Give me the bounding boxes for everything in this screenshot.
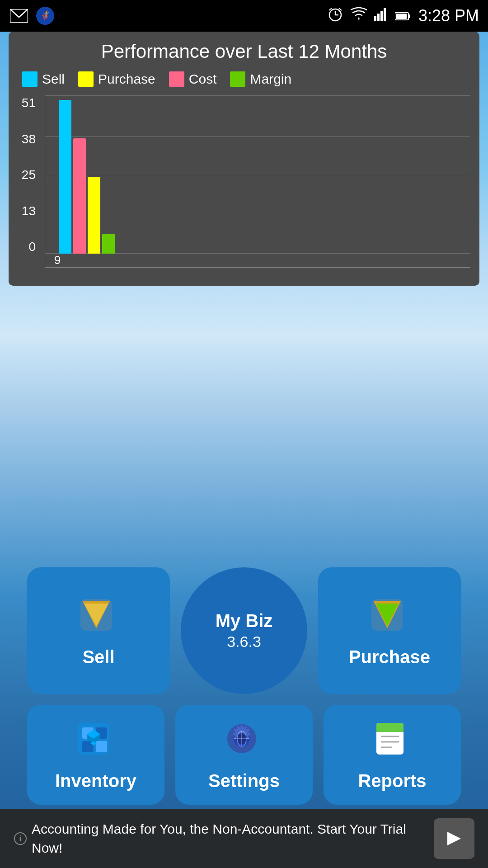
apps-area: Sell My Biz 3.6.3 Purchase xyxy=(0,567,488,805)
y-axis: 51 38 25 13 0 xyxy=(18,96,45,268)
y-label-51: 51 xyxy=(22,96,36,110)
svg-rect-34 xyxy=(376,728,404,732)
purchase-icon xyxy=(367,594,412,640)
bar-margin xyxy=(102,234,115,254)
bars-group xyxy=(59,100,115,254)
legend-purchase: Purchase xyxy=(78,71,155,87)
legend-margin-color xyxy=(230,71,245,87)
legend-sell: Sell xyxy=(22,71,65,87)
purchase-label: Purchase xyxy=(349,647,430,667)
mybiz-version: 3.6.3 xyxy=(227,633,261,651)
svg-rect-10 xyxy=(380,11,383,21)
y-label-13: 13 xyxy=(22,204,36,218)
svg-rect-25 xyxy=(96,741,107,752)
sell-icon xyxy=(76,594,121,640)
chart-title: Performance over Last 12 Months xyxy=(18,41,470,62)
apps-row-1: Sell My Biz 3.6.3 Purchase xyxy=(27,567,461,694)
status-bar: 🦸 xyxy=(0,0,488,32)
y-label-25: 25 xyxy=(22,168,36,182)
chart-plot: 9 xyxy=(45,96,470,268)
y-label-0: 0 xyxy=(28,240,36,254)
legend-purchase-label: Purchase xyxy=(98,71,155,87)
battery-icon xyxy=(395,8,411,24)
chart-area: 51 38 25 13 0 9 xyxy=(18,96,470,268)
mybiz-button[interactable]: My Biz 3.6.3 xyxy=(181,567,307,694)
svg-text:🦸: 🦸 xyxy=(40,10,51,21)
inventory-label: Inventory xyxy=(55,771,136,791)
svg-marker-40 xyxy=(447,832,461,845)
legend-purchase-color xyxy=(78,71,94,87)
legend-cost: Cost xyxy=(169,71,217,87)
reports-label: Reports xyxy=(358,771,426,791)
info-icon: i xyxy=(14,832,27,845)
reports-button[interactable]: Reports xyxy=(324,705,461,805)
legend-cost-label: Cost xyxy=(189,71,217,87)
settings-button[interactable]: Settings xyxy=(175,705,313,805)
chart-legend: Sell Purchase Cost Margin xyxy=(18,71,470,87)
legend-margin-label: Margin xyxy=(250,71,291,87)
email-icon xyxy=(9,6,29,26)
svg-rect-8 xyxy=(374,16,376,21)
bottom-banner: i Accounting Made for You, the Non-Accou… xyxy=(0,809,488,868)
svg-rect-13 xyxy=(408,14,410,18)
svg-rect-14 xyxy=(396,14,407,19)
status-left-icons: 🦸 xyxy=(9,6,55,26)
app-icon: 🦸 xyxy=(35,6,55,26)
apps-row-2: Inventory Settings xyxy=(27,705,461,805)
x-label: 9 xyxy=(54,253,61,267)
settings-icon xyxy=(221,718,267,764)
legend-sell-color xyxy=(22,71,38,87)
settings-label: Settings xyxy=(208,771,280,791)
wifi-icon xyxy=(351,7,367,24)
svg-text:i: i xyxy=(19,834,21,843)
chart-container: Performance over Last 12 Months Sell Pur… xyxy=(9,32,479,286)
status-right-icons: 3:28 PM xyxy=(327,6,479,26)
reports-icon xyxy=(370,718,415,764)
svg-rect-9 xyxy=(377,14,380,21)
banner-arrow-button[interactable] xyxy=(434,818,474,859)
legend-sell-label: Sell xyxy=(42,71,65,87)
bar-purchase xyxy=(88,177,100,254)
clock: 3:28 PM xyxy=(418,6,479,25)
svg-rect-11 xyxy=(384,8,386,21)
y-label-38: 38 xyxy=(22,132,36,146)
legend-cost-color xyxy=(169,71,184,87)
signal-icon xyxy=(374,7,388,24)
mybiz-label: My Biz xyxy=(216,611,273,631)
bar-cost xyxy=(73,138,86,254)
inventory-icon xyxy=(73,718,118,764)
sell-label: Sell xyxy=(82,647,114,667)
purchase-button[interactable]: Purchase xyxy=(318,567,461,694)
legend-margin: Margin xyxy=(230,71,291,87)
alarm-icon xyxy=(327,6,343,26)
grid-line-top xyxy=(45,95,470,96)
banner-text: Accounting Made for You, the Non-Account… xyxy=(32,820,425,858)
sell-button[interactable]: Sell xyxy=(27,567,170,694)
inventory-button[interactable]: Inventory xyxy=(27,705,164,805)
bar-sell xyxy=(59,100,71,254)
